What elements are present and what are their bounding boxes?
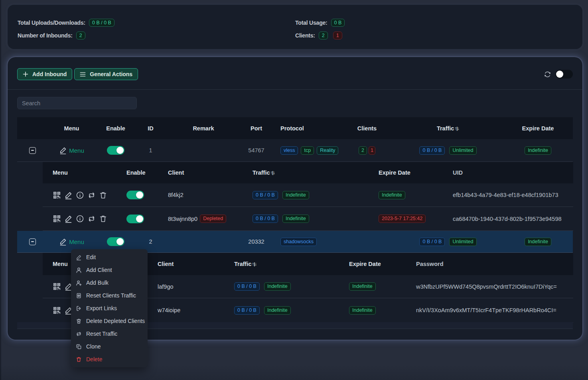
client-expire-tag: Indefinite [379,191,405,199]
client-total-tag: Indefinite [282,191,309,199]
inbound-menu-trigger[interactable]: Menu [59,238,84,246]
menu-item-delete[interactable]: Delete [71,353,148,366]
inbounds-count-label: Number of Inbounds: [18,32,73,39]
general-actions-button[interactable]: General Actions [74,68,138,80]
clients-depleted-value: 1 [333,32,342,39]
delete-depleted-clients-icon [76,318,82,324]
inbound-port: 54767 [241,147,271,154]
add-inbound-button[interactable]: Add Inbound [17,68,72,80]
client-row-8t3wjnn8p0: 8t3wjnn8p0 Depleted 0 B / 0 B Indefinite… [43,207,573,231]
total-usage-value: 0 B [331,19,345,27]
inbound-row-1: Menu 1 54767 vless tcp Reality 2 1 0 B /… [17,139,573,162]
menu-item-reset-traffic[interactable]: Reset Traffic [71,327,148,340]
edit-client-icon[interactable] [64,191,73,199]
refresh-icon[interactable] [544,71,551,78]
inbound-menu-trigger[interactable]: Menu [59,146,84,154]
auto-refresh-toggle[interactable] [555,70,573,79]
delete-client-icon[interactable] [99,215,107,223]
reset-traffic-icon[interactable] [87,191,96,199]
client-total-tag: Indefinite [264,306,291,315]
security-tag: Reality [317,146,338,155]
stats-panel: Total Uploads/Downloads: 0 B / 0 B Numbe… [8,5,582,49]
info-icon[interactable] [76,215,84,223]
delete-icon [76,356,82,362]
network-tag: tcp [301,146,314,155]
client-password: w3NfbzUPf5WWd745Q8pvsmQrdrttT2IO6knuI7Di… [412,284,573,290]
add-bulk-icon [76,280,82,286]
menu-item-clone[interactable]: Clone [71,340,148,353]
collapse-row-button[interactable] [29,147,36,154]
client-enable-toggle[interactable] [126,215,144,223]
menu-item-edit[interactable]: Edit [71,251,148,264]
inbound-enable-toggle[interactable] [107,146,124,155]
table-header-row: Menu Enable ID Remark Port Protocol Clie… [17,117,573,139]
client-name: 8t3wjnn8p0 [168,216,197,222]
clients-count-label: Clients: [295,32,315,39]
clients-depleted-tag: 1 [369,146,375,155]
inbound-port: 20332 [241,238,271,245]
client-uid: ca68470b-1940-437d-802b-1f9573e94598 [449,216,573,222]
add-inbound-label: Add Inbound [32,71,67,77]
traffic-tag: 0 B / 0 B [419,238,445,246]
clients-active-value: 2 [319,32,328,39]
edit-icon [76,254,82,260]
qr-code-icon[interactable] [53,306,61,315]
clients-header-row-1: Menu Enable Client Traffic↑|↓ Expire Dat… [43,162,573,183]
export-links-icon [76,305,82,311]
card-header: Add Inbound General Actions [8,57,582,90]
client-uid: efb14b43-4a79-4e83-ef18-e48cf1901b73 [449,192,573,198]
reset-clients-traffic-icon [76,293,82,299]
menu-item-reset-clients-traffic[interactable]: Reset Clients Traffic [71,289,148,302]
edit-client-icon[interactable] [64,215,73,223]
qr-code-icon[interactable] [53,282,61,291]
client-name: w74ioipe [158,307,180,313]
inbound-enable-toggle[interactable] [107,237,124,246]
col-remark: Remark [166,125,241,132]
qr-code-icon[interactable] [53,191,61,199]
reset-traffic-icon[interactable] [87,215,96,223]
traffic-tag: 0 B / 0 B [419,146,445,155]
client-traffic-tag: 0 B / 0 B [234,306,260,315]
client-name: 8f4kj2 [168,192,184,198]
client-traffic-tag: 0 B / 0 B [253,191,278,199]
clone-icon [76,344,82,350]
menu-item-add-bulk[interactable]: Add Bulk [71,276,148,289]
plus-icon [23,71,28,77]
client-enable-toggle[interactable] [126,191,144,199]
expire-tag: Indefinite [525,146,551,155]
total-tag: Unlimited [449,146,476,155]
depleted-tag: Depleted [200,215,226,223]
collapse-row-button[interactable] [29,238,36,245]
search-input[interactable] [17,97,137,109]
inbounds-count-value: 2 [76,32,85,39]
client-expire-tag: Indefinite [349,282,376,291]
menu-item-export-links[interactable]: Export Links [71,302,148,315]
protocol-tag: shadowsocks [280,238,317,246]
inbound-context-menu: Edit Add Client Add Bulk Reset Clients T… [71,249,148,367]
reset-traffic-icon [76,331,82,337]
col-expire: Expire Date [507,125,573,132]
total-updown-value: 0 B / 0 B [89,19,114,27]
col-traffic[interactable]: Traffic↑|↓ [383,125,507,132]
client-total-tag: Indefinite [264,282,291,291]
protocol-tag: vless [280,146,298,155]
col-port: Port [241,125,271,132]
sort-icon: ↑|↓ [252,262,257,266]
client-expire-tag: Indefinite [349,306,376,315]
sort-icon: ↑|↓ [454,126,459,131]
menu-item-add-client[interactable]: Add Client [71,264,148,276]
menu-item-delete-depleted-clients[interactable]: Delete Depleted Clients [71,315,148,327]
delete-client-icon[interactable] [99,191,107,199]
sort-icon: ↑|↓ [270,170,275,175]
clients-active-tag: 2 [359,146,367,155]
add-client-icon [76,267,82,273]
general-actions-label: General Actions [90,71,132,77]
inbound-id: 2 [136,238,166,245]
client-expire-tag: 2023-5-7 17:25:42 [379,215,426,223]
total-tag: Unlimited [449,238,476,246]
info-icon[interactable] [76,191,84,199]
client-traffic-tag: 0 B / 0 B [253,215,278,223]
inbound-id: 1 [136,147,166,154]
col-id: ID [136,125,166,132]
qr-code-icon[interactable] [53,215,61,223]
